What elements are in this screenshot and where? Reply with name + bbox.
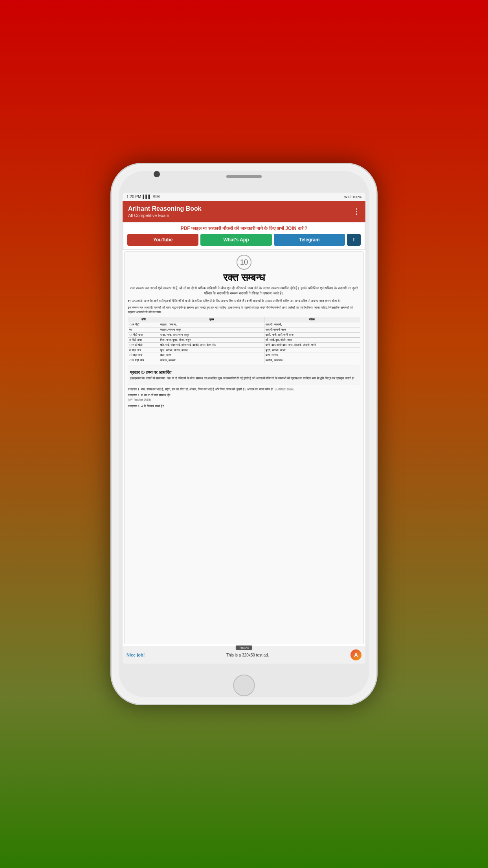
table-cell: माँ, चाची, बुआ, मौसी, सास (264, 338, 360, 343)
facebook-button[interactable]: f (347, 234, 361, 246)
table-row: ो पीढ़ी नीचे पोता, नाती पोती, नातिन (128, 353, 360, 358)
prakash-section: प्रकार ① तथ्य पर आधारित इस प्रकार के प्र… (128, 366, 360, 385)
ad-nice-job: Nice job! (127, 653, 145, 657)
table-cell: पर (128, 327, 159, 333)
chapter-description: रक्त सम्बन्ध का तात्पर्य ऐसे सम्बन्ध से … (128, 286, 360, 296)
phone-frame: 1:20 PM ▌▌▌ SIM WiFi 100% Arihant Reason… (110, 163, 378, 705)
table-cell: ीन पीढ़ी नीचे (128, 358, 159, 363)
table-cell: ान की पीढ़ी (128, 343, 159, 348)
table-cell: परपोती, परनातिन (264, 358, 360, 363)
table-cell: परदादी, परनानी, (264, 322, 360, 327)
status-left: 1:20 PM ▌▌▌ SIM (127, 195, 160, 199)
table-cell: ाल पीढ़ी (128, 322, 159, 327)
content-para1: इस अध्याय के अन्तर्गत आने वाले प्रश्नों … (128, 299, 360, 303)
table-cell: क पीढ़ी नीचे (128, 348, 159, 353)
example1-source: [UPPSC 2016] (275, 388, 294, 391)
app-header-info: Arihant Reasoning Book All Competitive E… (128, 205, 202, 218)
example3: उदाहरण 3. A के कितने बच्चे हैं? (128, 404, 360, 409)
table-row: ीन पीढ़ी नीचे परपोता, परनाती परपोती, परन… (128, 358, 360, 363)
status-sim: SIM (153, 195, 160, 199)
table-cell: ा पीढ़ी ऊपर (128, 333, 159, 338)
example2-text: उदाहरण 2. E का D से क्या सम्बन्ध है? (128, 393, 360, 398)
status-battery: 100% (352, 195, 361, 199)
ad-logo: A (350, 649, 361, 660)
phone-inner: 1:20 PM ▌▌▌ SIM WiFi 100% Arihant Reason… (119, 171, 369, 697)
app-title: Arihant Reasoning Book (128, 205, 202, 212)
table-cell: पति, भाई, चचेरा भाई, ममेरा भाई, बहनोई, स… (159, 343, 264, 348)
table-row: पर परदादा/परनाना ससुर परदादी/परनानी सास (128, 327, 360, 333)
table-header-3: महिला (264, 317, 360, 322)
table-cell: क पीढ़ी ऊपर (128, 338, 159, 343)
status-wifi-icon: WiFi (344, 195, 351, 199)
table-row: ा पीढ़ी ऊपर दादा, नाना, दादा/नाना ससुर द… (128, 333, 360, 338)
example2: उदाहरण 2. E का D से क्या सम्बन्ध है? [MP… (128, 393, 360, 402)
table-cell: परदादा/परनाना ससुर (159, 327, 264, 333)
table-cell: पोता, नाती (159, 353, 264, 358)
section-heading: प्रकार ① तथ्य पर आधारित (130, 370, 358, 375)
chapter-number: 10 (237, 255, 251, 270)
relations-table: सँची पुरूष महिला ाल पीढ़ी परदादा, परनाना… (128, 317, 360, 363)
join-banner-text: PDF फाइल या सरकारी नौकरी की जानकारी पाने… (127, 226, 361, 231)
content-para2: इस सम्बन्ध पर आधारित प्रश्नों को चरण-बद्… (128, 305, 360, 315)
table-cell: परदादी/परनानी सास (264, 327, 360, 333)
table-cell: परदादा, परनाना, (159, 322, 264, 327)
app-header: Arihant Reasoning Book All Competitive E… (123, 201, 365, 222)
ad-logo-letter: A (354, 652, 358, 658)
ad-text: This is a 320x50 test ad. (226, 653, 269, 657)
youtube-button[interactable]: YouTube (127, 234, 198, 246)
phone-camera (154, 171, 160, 177)
table-cell: पुत्र, भतीजा, भान्जा, दामाद (159, 348, 264, 353)
telegram-button[interactable]: Telegram (274, 234, 345, 246)
status-signal: ▌▌▌ (143, 195, 151, 199)
table-cell: पोती, नातिन (264, 353, 360, 358)
status-bar: 1:20 PM ▌▌▌ SIM WiFi 100% (123, 193, 365, 201)
join-buttons: YouTube What's App Telegram f (127, 234, 361, 246)
app-subtitle: All Competitive Exam (128, 213, 202, 218)
table-header-2: पुरूष (159, 317, 264, 322)
ad-banner-inner: Test Ad Nice job! This is a 320x50 test … (127, 649, 361, 660)
table-cell: पत्नी, बहन, ममेरी बहन, ननद, देवरानी, जेठ… (264, 343, 360, 348)
table-cell: ो पीढ़ी नीचे (128, 353, 159, 358)
example1-text: उदाहरण 1. राम, श्याम का भाई है, महेश, रा… (128, 388, 275, 391)
screen: 1:20 PM ▌▌▌ SIM WiFi 100% Arihant Reason… (123, 193, 365, 664)
table-row: क पीढ़ी नीचे पुत्र, भतीजा, भान्जा, दामाद… (128, 348, 360, 353)
status-right: WiFi 100% (344, 195, 361, 199)
content-area: 10 रक्त सम्बन्ध रक्त सम्बन्ध का तात्पर्य… (124, 251, 364, 644)
section-text: इस प्रकार के प्रश्नों में सामान्यतः एक य… (130, 376, 358, 381)
menu-icon[interactable]: ⋮ (353, 207, 360, 216)
phone-speaker (226, 175, 262, 178)
whatsapp-button[interactable]: What's App (200, 234, 272, 246)
join-banner: PDF फाइल या सरकारी नौकरी की जानकारी पाने… (123, 222, 365, 250)
chapter-title: रक्त सम्बन्ध (128, 272, 360, 284)
ad-banner: Test Ad Nice job! This is a 320x50 test … (123, 646, 365, 664)
table-cell: दादी, नानी, दादी/नानी सास (264, 333, 360, 338)
example-1: उदाहरण 1. राम, श्याम का भाई है, महेश, रा… (128, 387, 360, 392)
table-row: ाल पीढ़ी परदादा, परनाना, परदादी, परनानी, (128, 322, 360, 327)
table-cell: पुत्री, भतीजी, भान्जी (264, 348, 360, 353)
table-row: ान की पीढ़ी पति, भाई, चचेरा भाई, ममेरा भ… (128, 343, 360, 348)
status-time: 1:20 PM (127, 195, 141, 199)
home-button[interactable] (233, 675, 255, 696)
table-cell: परपोता, परनाती (159, 358, 264, 363)
table-row: क पीढ़ी ऊपर पिता, चाचा, फूफा, मौसा, ससुर… (128, 338, 360, 343)
table-cell: दादा, नाना, दादा/नाना ससुर (159, 333, 264, 338)
ad-label: Test Ad (236, 645, 252, 650)
example2-source: [MP Teacher 2018] (128, 398, 360, 402)
table-header-1: सँची (128, 317, 159, 322)
table-cell: पिता, चाचा, फूफा, मौसा, ससुर (159, 338, 264, 343)
